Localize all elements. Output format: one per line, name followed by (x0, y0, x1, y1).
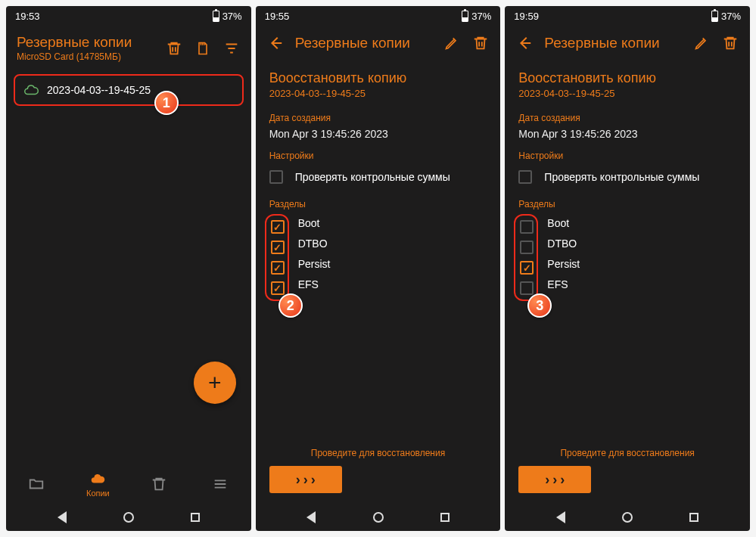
partition-checkbox-dtbo[interactable] (520, 241, 534, 254)
appbar: Резервные копии (505, 26, 750, 60)
checksum-checkbox[interactable] (518, 170, 532, 184)
system-nav (256, 501, 501, 531)
partitions-label: Разделы (269, 199, 487, 210)
appbar: Резервные копии MicroSD Card (14785МБ) (6, 26, 251, 70)
sys-back[interactable] (306, 511, 316, 523)
swipe-hint: Проведите для восстановления (269, 448, 487, 458)
restore-title: Воосстановить копию (269, 70, 487, 86)
partition-label: Boot (547, 217, 580, 229)
clock: 19:53 (15, 11, 40, 22)
battery-pct: 37% (222, 11, 242, 22)
partition-label: Persist (298, 258, 331, 270)
sys-home[interactable] (373, 512, 384, 523)
partition-label: DTBO (547, 237, 580, 250)
statusbar: 19:55 37% (256, 6, 501, 26)
partition-checkbox-boot[interactable] (520, 220, 534, 234)
nav-copies-label: Копии (86, 489, 110, 498)
storage-subtitle: MicroSD Card (14785МБ) (17, 51, 154, 62)
partition-checkbox-efs[interactable] (520, 281, 534, 295)
edit-button[interactable] (692, 34, 711, 52)
detail-body: Воосстановить копию 2023-04-03--19-45-25… (256, 60, 501, 437)
edit-button[interactable] (443, 34, 461, 52)
filter-button[interactable] (222, 39, 241, 57)
backup-list: 2023-04-03--19-45-25 1 + (6, 70, 251, 464)
partition-checkbox-efs[interactable] (271, 281, 285, 295)
restore-subtitle: 2023-04-03--19-45-25 (269, 88, 487, 99)
swipe-area: Проведите для восстановления › › › (505, 437, 750, 501)
delete-button[interactable] (721, 34, 739, 52)
sys-recents[interactable] (191, 513, 200, 522)
battery-pct: 37% (471, 11, 491, 22)
swipe-restore-button[interactable]: › › › (269, 466, 342, 493)
sys-home[interactable] (123, 512, 134, 523)
backup-item-label: 2023-04-03--19-45-25 (47, 84, 151, 96)
nav-menu[interactable] (199, 476, 241, 492)
restore-title: Воосстановить копию (518, 70, 736, 86)
restore-subtitle: 2023-04-03--19-45-25 (518, 88, 736, 99)
chevron-right-icon: › (552, 472, 557, 488)
date-label: Дата создания (518, 113, 736, 123)
detail-body: Воосстановить копию 2023-04-03--19-45-25… (505, 60, 750, 437)
partition-checkbox-persist[interactable] (271, 261, 285, 275)
step-badge-3: 3 (527, 293, 552, 318)
screen-1: 19:53 37% Резервные копии MicroSD Card (… (6, 6, 251, 531)
statusbar: 19:59 37% (505, 6, 750, 26)
page-title: Резервные копии (17, 34, 154, 51)
bottom-nav: Копии (6, 464, 251, 501)
back-button[interactable] (515, 34, 534, 52)
partition-label: DTBO (298, 237, 331, 250)
statusbar: 19:53 37% (6, 6, 251, 26)
clock: 19:55 (265, 11, 290, 22)
swipe-hint: Проведите для восстановления (518, 448, 736, 458)
appbar: Резервные копии (256, 26, 501, 60)
date-value: Mon Apr 3 19:45:26 2023 (518, 128, 736, 140)
sys-recents[interactable] (440, 513, 450, 522)
screen-3: 19:59 37% Резервные копии Воосстановить … (505, 6, 750, 531)
swipe-restore-button[interactable]: › › › (518, 466, 591, 493)
date-value: Mon Apr 3 19:45:26 2023 (269, 128, 487, 140)
chevron-right-icon: › (303, 472, 308, 488)
partition-checkbox-boot[interactable] (271, 220, 285, 234)
partition-label: EFS (547, 278, 580, 290)
battery-icon (711, 11, 718, 22)
nav-folder[interactable] (15, 476, 58, 492)
step-badge-1: 1 (154, 91, 179, 115)
battery-pct: 37% (721, 11, 741, 22)
partition-label: EFS (298, 278, 331, 290)
partition-checkbox-persist[interactable] (520, 261, 534, 275)
partitions-label: Разделы (518, 199, 736, 210)
step-badge-2: 2 (278, 293, 303, 318)
nav-trash[interactable] (138, 476, 180, 492)
back-button[interactable] (266, 34, 285, 52)
backup-item[interactable]: 2023-04-03--19-45-25 (14, 74, 244, 106)
page-title: Резервные копии (544, 35, 682, 51)
partition-checkbox-dtbo[interactable] (271, 241, 285, 254)
sdcard-button[interactable] (194, 39, 212, 57)
delete-button[interactable] (471, 34, 490, 52)
delete-button[interactable] (165, 39, 183, 57)
cloud-icon (89, 470, 106, 487)
battery-icon (213, 11, 219, 22)
partitions-highlight (514, 214, 538, 301)
chevron-right-icon: › (560, 472, 565, 488)
chevron-right-icon: › (545, 472, 549, 488)
partitions-highlight (265, 214, 289, 301)
partition-label: Boot (298, 217, 331, 229)
date-label: Дата создания (269, 113, 487, 123)
chevron-right-icon: › (311, 472, 316, 488)
sys-back[interactable] (58, 511, 67, 523)
screen-2: 19:55 37% Резервные копии Воосстановить … (256, 6, 501, 531)
page-title: Резервные копии (295, 35, 433, 51)
system-nav (6, 501, 251, 531)
sys-back[interactable] (556, 511, 565, 523)
settings-label: Настройки (518, 151, 736, 161)
checksum-checkbox[interactable] (269, 170, 283, 184)
add-backup-button[interactable]: + (194, 362, 236, 404)
cloud-icon (23, 82, 39, 98)
sys-recents[interactable] (689, 513, 698, 522)
system-nav (505, 501, 750, 531)
nav-copies[interactable]: Копии (76, 470, 119, 498)
chevron-right-icon: › (296, 472, 300, 488)
partition-label: Persist (547, 258, 580, 270)
sys-home[interactable] (622, 512, 633, 523)
